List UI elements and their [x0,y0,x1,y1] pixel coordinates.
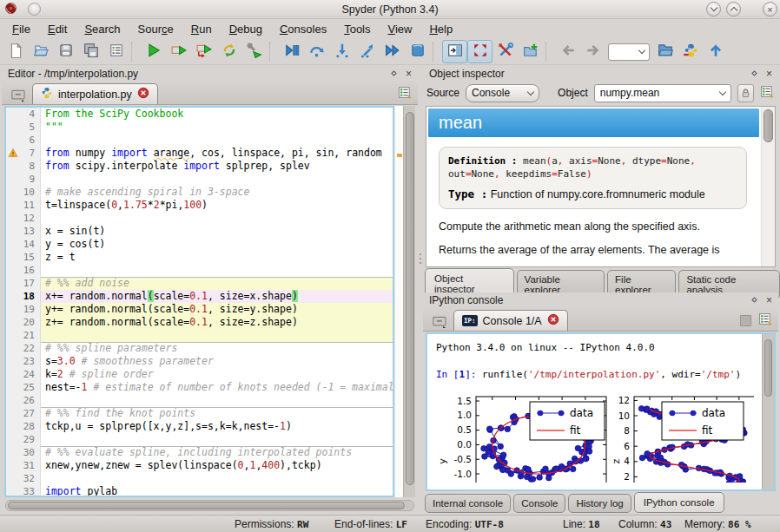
undock-icon[interactable] [750,68,758,80]
code-line-7[interactable]: 7from numpy import arange, cos, linspace… [6,147,393,160]
pythonpath-manager-button[interactable] [518,40,543,63]
code-line-4[interactable]: 4From the SciPy Cookbook [6,108,393,121]
file-switcher-button[interactable] [103,40,129,63]
line-number[interactable]: 13 [6,225,41,238]
open-file-button[interactable] [28,40,53,63]
code-editor[interactable]: 4From the SciPy Cookbook5"""67from numpy… [4,106,394,497]
continue-execution-button[interactable] [380,40,405,63]
line-number[interactable]: 15 [6,251,41,264]
minimize-button[interactable] [706,2,721,16]
line-number[interactable]: 10 [6,186,41,199]
code-line-32[interactable]: 32 [6,472,393,485]
menu-file[interactable]: File [3,20,39,38]
line-number[interactable]: 11 [6,199,41,212]
code-line-25[interactable]: 25nest=-1 # estimate of number of knots … [6,381,393,394]
line-number[interactable]: 27 [6,407,41,420]
inspector-scrollbar[interactable] [761,107,775,266]
object-combobox[interactable]: numpy.mean [594,84,731,102]
code-line-16[interactable]: 16 [6,264,393,277]
line-number[interactable]: 30 [6,446,41,459]
pane-tab-console[interactable]: Console [513,494,565,513]
set-console-wd-button[interactable] [678,40,703,63]
line-number[interactable]: 29 [6,433,41,446]
pane-tab-history-log[interactable]: History log [568,494,631,513]
preferences-button[interactable] [492,40,518,63]
maximize-pane-button[interactable] [467,40,492,63]
line-number[interactable]: 20 [6,316,41,329]
line-number[interactable]: 18 [6,290,41,303]
debug-button[interactable] [279,40,304,63]
menu-debug[interactable]: Debug [221,20,271,38]
line-number[interactable]: 25 [6,381,41,394]
parent-dir-button[interactable] [703,40,728,63]
code-line-24[interactable]: 24k=2 # spline order [6,368,393,381]
code-line-10[interactable]: 10# make ascending spiral in 3-space [6,186,393,199]
close-pane-icon[interactable]: × [766,69,772,78]
code-line-14[interactable]: 14y = cos(t) [6,238,393,251]
maximize-button[interactable] [726,2,741,16]
interrupt-kernel-button[interactable] [740,315,751,326]
line-number[interactable]: 26 [6,394,41,407]
line-number[interactable]: 8 [6,160,41,173]
stop-button[interactable] [405,40,430,63]
forward-button[interactable] [580,40,605,63]
pane-tab-internal-console[interactable]: Internal console [425,494,511,513]
step-into-button[interactable] [329,40,354,63]
code-line-9[interactable]: 9 [6,173,393,186]
inspector-options-icon[interactable] [760,85,775,101]
close-pane-icon[interactable]: × [406,69,412,78]
code-line-33[interactable]: 33import pylab [6,485,393,497]
line-number[interactable]: 24 [6,368,41,381]
line-number[interactable]: 33 [6,485,41,497]
code-line-26[interactable]: 26 [6,394,393,407]
close-button[interactable]: × [763,2,777,16]
code-line-22[interactable]: 22# %% spline parameters [6,342,393,355]
code-line-23[interactable]: 23s=3.0 # smoothness parameter [6,355,393,368]
save-button[interactable] [53,40,78,63]
lock-button[interactable] [737,84,754,102]
menu-help[interactable]: Help [420,20,461,38]
editor-file-tab[interactable]: interpolation.py [32,83,158,104]
menu-view[interactable]: View [380,20,421,38]
menu-tools[interactable]: Tools [335,20,379,38]
browse-tabs-button[interactable] [6,84,30,103]
code-line-6[interactable]: 6 [6,134,393,147]
line-number[interactable]: 16 [6,264,41,277]
line-number[interactable]: 7 [6,147,41,160]
line-number[interactable]: 31 [6,459,41,472]
line-number[interactable]: 9 [6,173,41,186]
menu-search[interactable]: Search [76,20,129,38]
new-file-button[interactable] [3,40,28,63]
line-number[interactable]: 19 [6,303,41,316]
code-line-8[interactable]: 8from scipy.interpolate import splprep, … [6,160,393,173]
code-line-30[interactable]: 30# %% evaluate spline, including interp… [6,446,393,459]
line-number[interactable]: 17 [6,277,41,290]
source-select[interactable]: Console [466,84,539,102]
step-over-button[interactable] [304,40,329,63]
panes-toggle-button[interactable] [442,40,467,63]
close-tab-icon[interactable] [137,87,149,102]
browse-tabs-button[interactable] [427,311,452,330]
splitter-handle[interactable] [419,253,422,274]
code-line-15[interactable]: 15z = t [6,251,393,264]
line-number[interactable]: 32 [6,472,41,485]
line-number[interactable]: 22 [6,342,41,355]
save-all-button[interactable] [78,40,103,63]
close-pane-icon[interactable]: × [766,296,772,305]
code-line-13[interactable]: 13x = sin(t) [6,225,393,238]
run-button[interactable] [141,40,166,63]
code-line-28[interactable]: 28tckp,u = splprep([x,y,z],s=s,k=k,nest=… [6,420,393,433]
pane-tab-ipython-console[interactable]: IPython console [634,492,724,513]
code-line-18[interactable]: 18x+= random.normal(scale=0.1, size=x.sh… [6,290,393,303]
line-number[interactable]: 4 [6,108,41,121]
console-tab[interactable]: IP: Console 1/A [453,310,568,331]
run-cell-advance-button[interactable] [191,40,216,63]
step-return-button[interactable] [354,40,380,63]
code-line-27[interactable]: 27# %% find the knot points [6,407,393,420]
code-line-20[interactable]: 20z+= random.normal(scale=0.1, size=z.sh… [6,316,393,329]
menu-consoles[interactable]: Consoles [271,20,335,38]
editor-vscrollbar[interactable] [403,106,415,497]
rerun-cell-button[interactable] [216,40,241,63]
line-number[interactable]: 14 [6,238,41,251]
close-tab-icon[interactable] [547,313,559,328]
